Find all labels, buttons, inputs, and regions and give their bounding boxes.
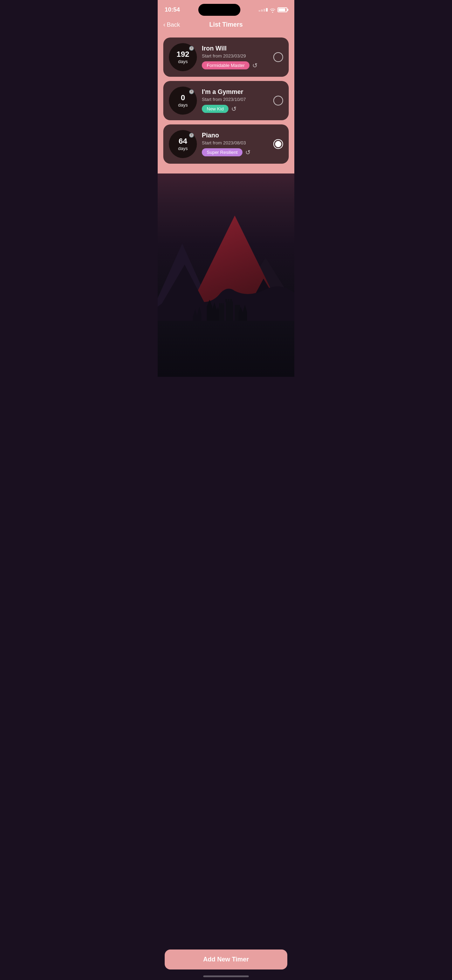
svg-rect-7: [228, 299, 229, 302]
nav-header: ‹ Back List Timers: [158, 18, 294, 34]
timer-card-gymmer[interactable]: 🕐 0 days I'm a Gymmer Start from 2023/10…: [163, 81, 289, 120]
dynamic-island: [198, 4, 240, 16]
timer-radio-piano[interactable]: [273, 139, 283, 149]
ground: [158, 321, 294, 377]
timer-date: Start from 2023/10/07: [202, 97, 268, 102]
back-button[interactable]: ‹ Back: [163, 21, 180, 29]
timer-days-label: days: [178, 102, 188, 108]
timer-circle-piano: 🕐 64 days: [169, 130, 197, 158]
signal-icon: [259, 8, 268, 11]
timer-badge-row: Formidable Master ↺: [202, 61, 268, 69]
back-chevron-icon: ‹: [163, 21, 166, 29]
timer-badge-row: Super Resilient ↺: [202, 148, 268, 156]
clock-icon: 🕐: [189, 46, 194, 51]
wifi-icon: [270, 8, 275, 12]
svg-rect-3: [219, 303, 220, 305]
timer-card-iron-will[interactable]: 🕐 192 days Iron Will Start from 2023/03/…: [163, 38, 289, 77]
timer-days-number: 0: [181, 94, 185, 102]
timer-name: Iron Will: [202, 45, 268, 52]
timer-list: 🕐 192 days Iron Will Start from 2023/03/…: [158, 34, 294, 173]
status-icons: [259, 7, 287, 12]
timer-date: Start from 2023/03/29: [202, 53, 268, 59]
status-bar: 10:54: [158, 0, 294, 18]
timer-name: I'm a Gymmer: [202, 88, 268, 96]
timer-info-iron-will: Iron Will Start from 2023/03/29 Formidab…: [202, 45, 268, 69]
timer-circle-iron-will: 🕐 192 days: [169, 43, 197, 71]
timer-days-number: 64: [179, 137, 187, 145]
background-scene: [158, 173, 294, 377]
reset-icon[interactable]: ↺: [245, 149, 250, 156]
clock-icon: 🕐: [189, 89, 194, 94]
reset-icon[interactable]: ↺: [252, 62, 258, 69]
timer-radio-iron-will[interactable]: [273, 52, 283, 62]
timer-info-piano: Piano Start from 2023/08/03 Super Resili…: [202, 132, 268, 156]
timer-days-number: 192: [177, 50, 189, 59]
timer-days-label: days: [178, 146, 188, 151]
timer-circle-gymmer: 🕐 0 days: [169, 87, 197, 115]
clock-icon: 🕐: [189, 133, 194, 138]
timer-info-gymmer: I'm a Gymmer Start from 2023/10/07 New K…: [202, 88, 268, 113]
svg-rect-4: [221, 303, 222, 305]
timer-badge: New Kid: [202, 105, 228, 113]
timer-radio-gymmer[interactable]: [273, 96, 283, 105]
timer-card-piano[interactable]: 🕐 64 days Piano Start from 2023/08/03 Su…: [163, 124, 289, 164]
battery-icon: [277, 7, 287, 12]
svg-rect-5: [223, 303, 224, 305]
status-time: 10:54: [165, 6, 180, 13]
timer-days-label: days: [178, 59, 188, 64]
timer-badge: Super Resilient: [202, 148, 242, 156]
svg-rect-8: [230, 299, 232, 302]
svg-rect-6: [225, 299, 227, 302]
page-title: List Timers: [209, 21, 243, 29]
back-label: Back: [167, 21, 180, 29]
reset-icon[interactable]: ↺: [231, 105, 237, 113]
timer-badge-row: New Kid ↺: [202, 105, 268, 113]
timer-date: Start from 2023/08/03: [202, 140, 268, 145]
timer-badge: Formidable Master: [202, 61, 250, 69]
timer-name: Piano: [202, 132, 268, 139]
